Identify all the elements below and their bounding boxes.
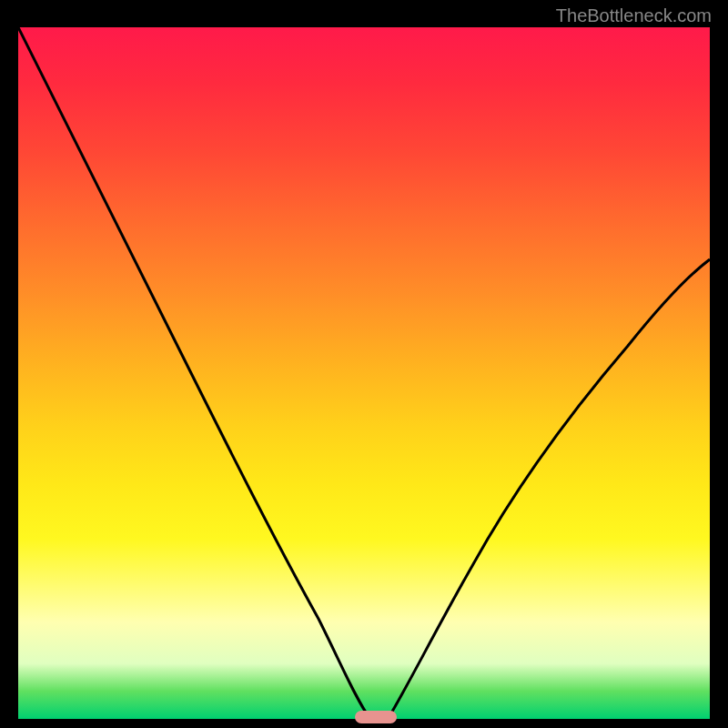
plot-area: [18, 27, 710, 719]
bottleneck-curve: [18, 27, 710, 719]
optimal-marker: [355, 711, 397, 723]
watermark-text: TheBottleneck.com: [556, 5, 712, 26]
